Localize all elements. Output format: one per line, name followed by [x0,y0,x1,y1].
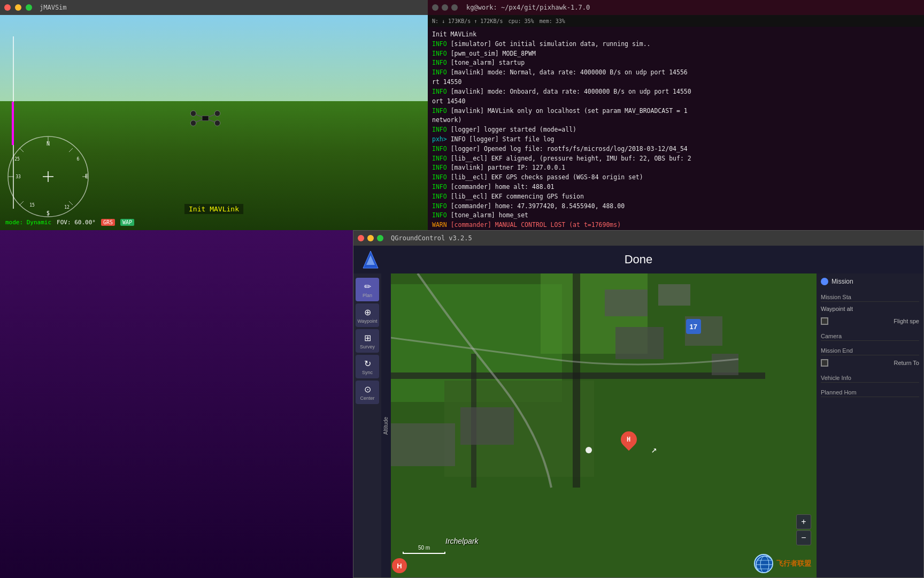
svg-point-23 [190,111,196,117]
hud-init-mavlink-label: Init MAVLink [184,204,243,214]
svg-rect-41 [712,354,738,375]
home-marker-shape: H [617,428,640,451]
svg-text:S: S [47,210,50,216]
term-line-3: INFO [tone_alarm] startup [432,58,920,68]
home-waypoint-marker[interactable]: H [621,431,638,448]
hud-badge-2: WAP [120,219,134,226]
qgc-logo-icon [360,249,381,270]
mission-radio-label: Mission [831,278,853,285]
svg-point-44 [586,447,592,453]
zoom-out-button[interactable]: − [796,530,811,545]
term-line-18: INFO [commander] home: 47.3977420, 8.545… [432,202,920,211]
qgc-title: QGroundControl v3.2.5 [391,234,472,242]
hud-badge-1: GRS [101,219,115,226]
qgc-logo [360,249,381,270]
term-dot-1 [432,4,438,11]
term-line-4: INFO [mavlink] mode: Normal, data rate: … [432,68,920,78]
sync-label: Sync [362,370,373,375]
plan-icon: ✏ [364,282,371,292]
svg-text:15: 15 [29,203,35,208]
sync-tool-button[interactable]: ↻ Sync [356,355,379,378]
waypoint-tool-button[interactable]: ⊕ Waypoint [356,303,379,327]
waypoint-alt-label: Waypoint alt [821,306,853,312]
qgc-done-button[interactable]: Done [625,253,653,267]
term-line-15: INFO [lib__ecl] EKF GPS checks passed (W… [432,173,920,182]
term-line-0: Init MAVLink [432,30,920,40]
scale-bar-line [403,552,445,554]
svg-text:33: 33 [16,174,21,179]
qgc-minimize-dot[interactable] [367,235,374,241]
waypoint-17-marker[interactable]: 17 [686,319,701,334]
qgc-main-area: ✏ Plan ⊕ Waypoint ⊞ Survey ↻ Sync ⊙ Cent… [353,273,923,577]
term-line-17: INFO [lib__ecl] EKF commencing GPS fusio… [432,192,920,202]
term-line-11: pxh> INFO [logger] Start file log [432,135,920,144]
maximize-dot[interactable] [26,4,32,11]
svg-rect-35 [573,273,580,488]
zoom-in-button[interactable]: + [796,514,811,529]
center-icon: ⊙ [364,384,371,394]
home-marker-label: H [627,436,630,443]
term-line-6: INFO [mavlink] mode: Onboard, data rate:… [432,87,920,97]
vehicle-info-header: Vehicle Info [821,372,919,383]
qgc-topbar: Done [353,246,923,273]
svg-rect-37 [605,290,648,316]
watermark-text: 飞行者联盟 [776,559,811,568]
svg-text:6: 6 [77,157,80,162]
term-dot-3 [451,4,458,11]
center-label: Center [360,396,374,401]
cpu-stat: cpu: 35% [508,18,534,24]
terminal-title: kg@work: ~/px4/git/pixhawk-1.7.0 [466,4,590,11]
return-to-checkbox[interactable] [821,359,828,367]
qgc-map[interactable]: Altitude [381,273,817,577]
jmavsim-title: jMAVSim [40,4,67,11]
zoom-controls: + − [796,514,811,545]
waypoint-17-label: 17 [690,323,697,331]
flight-speed-checkbox[interactable] [821,317,828,325]
terminal-window: kg@work: ~/px4/git/pixhawk-1.7.0 N: ↓ 17… [428,0,924,230]
hud-fov-label: FOV: 60.00° [57,219,96,226]
term-line-16: INFO [commander] home alt: 488.01 [432,182,920,192]
minimize-dot[interactable] [15,4,21,11]
svg-text:25: 25 [14,157,20,162]
mem-stat: mem: 33% [540,18,565,24]
term-dot-2 [442,4,448,11]
hud-compass: N S E 33 6 15 12 25 [5,134,91,219]
svg-line-5 [20,148,24,152]
survey-tool-button[interactable]: ⊞ Survey [356,329,379,353]
drone-model [189,110,221,126]
map-svg [391,273,817,577]
qgc-left-toolbar: ✏ Plan ⊕ Waypoint ⊞ Survey ↻ Sync ⊙ Cent… [353,273,381,577]
svg-rect-27 [202,116,209,120]
hud-mode-label: mode: Dynamic [5,219,51,226]
sync-icon: ↻ [364,359,371,369]
term-line-8: INFO [mavlink] MAVLink only on localhost… [432,107,920,116]
waypoint-label: Waypoint [357,318,377,324]
close-dot[interactable] [4,4,11,11]
svg-text:N: N [47,141,50,147]
svg-text:E: E [85,173,88,179]
terminal-content: Init MAVLink INFO [simulator] Got initia… [428,27,924,230]
bottom-purple-section [0,230,353,578]
plan-tool-button[interactable]: ✏ Plan [356,278,379,301]
watermark-globe [754,554,773,573]
qgc-maximize-dot[interactable] [377,235,383,241]
network-stat: N: ↓ 173KB/s ↑ 172KB/s [432,18,503,24]
term-line-1: INFO [simulator] Got initial simulation … [432,40,920,49]
mission-radio-dot [821,278,828,285]
center-tool-button[interactable]: ⊙ Center [356,381,379,404]
altitude-side-label: Altitude [381,273,391,577]
watermark: 飞行者联盟 [754,554,811,573]
home-bottom-marker[interactable]: H [392,558,407,573]
svg-line-7 [20,201,24,205]
hud-status-bar: mode: Dynamic FOV: 60.00° GRS WAP [0,219,428,226]
svg-rect-38 [658,284,690,306]
qgc-close-dot[interactable] [358,235,364,241]
jmavsim-window: jMAVSim N S [0,0,428,230]
jmavsim-titlebar: jMAVSim [0,0,428,15]
camera-header: Camera [821,331,919,341]
svg-rect-43 [460,407,514,445]
term-line-19: INFO [tone_alarm] home_set [432,211,920,220]
svg-point-26 [214,120,220,126]
term-line-20: WARN [commander] MANUAL CONTROL LOST (at… [432,220,920,230]
survey-icon: ⊞ [364,333,371,343]
